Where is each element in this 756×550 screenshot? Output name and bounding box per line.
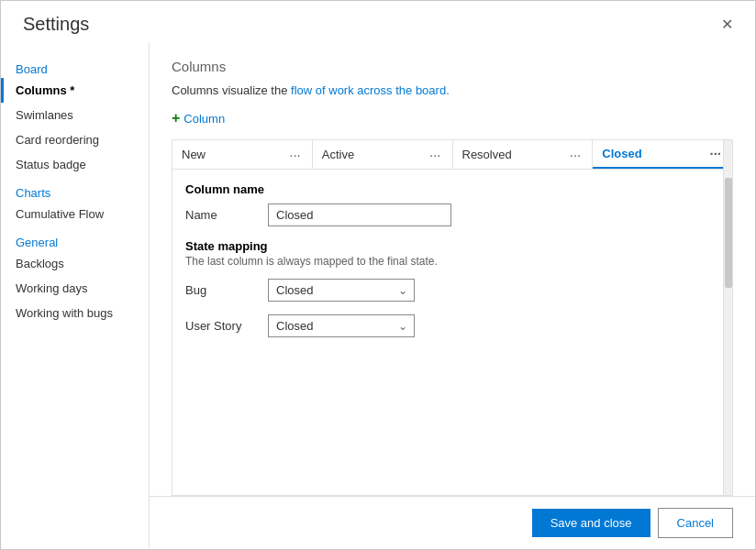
user-story-select-wrapper: Closed ⌄: [268, 314, 415, 337]
bug-select[interactable]: Closed: [268, 279, 415, 302]
column-name-section-title: Column name: [185, 182, 716, 196]
main-content: Columns Columns visualize the flow of wo…: [150, 42, 755, 549]
add-column-label: Column: [183, 112, 225, 126]
column-name-input[interactable]: [268, 204, 451, 226]
save-and-close-button[interactable]: Save and close: [532, 509, 650, 537]
content-description: Columns visualize the flow of work acros…: [172, 83, 733, 97]
column-tabs: New ··· Active ··· Resolved ··· Closed: [172, 140, 732, 170]
sidebar-item-swimlanes[interactable]: Swimlanes: [1, 103, 149, 127]
dialog-header: Settings ✕: [1, 1, 755, 42]
tab-new[interactable]: New ···: [172, 140, 313, 169]
tab-new-label: New: [182, 148, 287, 161]
content-title: Columns: [172, 59, 733, 74]
tab-closed-label: Closed: [602, 147, 707, 160]
tab-active-menu-icon[interactable]: ···: [428, 147, 443, 162]
tab-closed-menu-icon[interactable]: ···: [707, 146, 723, 161]
scrollbar-thumb[interactable]: [725, 178, 732, 288]
user-story-label: User Story: [185, 319, 259, 333]
dialog-footer: Save and close Cancel: [150, 496, 755, 549]
name-label: Name: [185, 208, 259, 222]
sidebar-item-working-days[interactable]: Working days: [1, 276, 149, 301]
bug-row: Bug Closed ⌄: [185, 279, 716, 302]
description-link[interactable]: flow of work across the board.: [291, 83, 450, 97]
tab-resolved-menu-icon[interactable]: ···: [568, 147, 584, 162]
column-detail-panel: Column name Name State mapping The last …: [172, 170, 732, 495]
sidebar-section-general: General: [1, 226, 149, 251]
tab-active[interactable]: Active ···: [313, 140, 453, 169]
plus-icon: +: [172, 110, 180, 126]
bug-label: Bug: [185, 283, 259, 297]
column-name-row: Name: [185, 204, 716, 226]
sidebar: Board Columns * Swimlanes Card reorderin…: [1, 42, 150, 549]
content-area: Columns Columns visualize the flow of wo…: [150, 42, 755, 496]
bug-select-wrapper: Closed ⌄: [268, 279, 415, 302]
state-mapping-desc: The last column is always mapped to the …: [185, 255, 716, 268]
sidebar-item-status-badge[interactable]: Status badge: [1, 152, 149, 177]
tab-closed[interactable]: Closed ···: [593, 140, 732, 169]
close-button[interactable]: ✕: [716, 16, 739, 34]
scrollbar-track[interactable]: [723, 140, 732, 495]
tab-resolved[interactable]: Resolved ···: [453, 140, 594, 169]
user-story-select[interactable]: Closed: [268, 314, 415, 337]
state-mapping-title: State mapping: [185, 239, 716, 253]
cancel-button[interactable]: Cancel: [658, 508, 733, 538]
tab-active-label: Active: [322, 148, 428, 161]
tab-new-menu-icon[interactable]: ···: [287, 147, 303, 162]
sidebar-item-backlogs[interactable]: Backlogs: [1, 251, 149, 276]
sidebar-section-board: Board: [1, 53, 149, 78]
tab-resolved-label: Resolved: [462, 148, 568, 161]
sidebar-item-card-reordering[interactable]: Card reordering: [1, 127, 149, 152]
user-story-row: User Story Closed ⌄: [185, 314, 716, 337]
sidebar-item-columns[interactable]: Columns *: [1, 78, 149, 103]
add-column-button[interactable]: + Column: [172, 110, 733, 126]
sidebar-section-charts: Charts: [1, 177, 149, 202]
sidebar-item-cumulative-flow[interactable]: Cumulative Flow: [1, 202, 149, 226]
dialog-body: Board Columns * Swimlanes Card reorderin…: [1, 42, 755, 549]
dialog-title: Settings: [23, 14, 89, 35]
column-tabs-wrapper: New ··· Active ··· Resolved ··· Closed: [172, 139, 733, 496]
settings-dialog: Settings ✕ Board Columns * Swimlanes Car…: [0, 0, 756, 550]
sidebar-item-working-with-bugs[interactable]: Working with bugs: [1, 301, 149, 325]
